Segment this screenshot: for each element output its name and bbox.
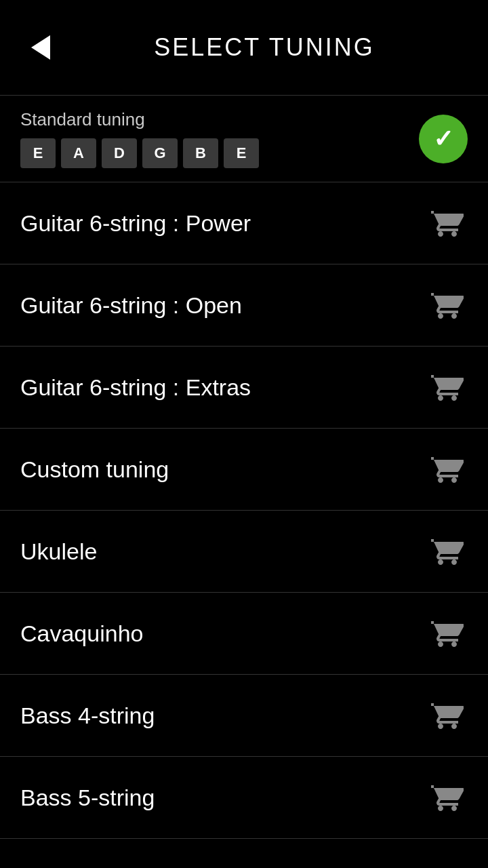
list-item-bass-4-string[interactable]: Bass 4-string	[0, 675, 488, 756]
list-item-label: Guitar 6-string : Power	[20, 210, 427, 237]
list-item-cavaquinho[interactable]: Cavaquinho	[0, 593, 488, 674]
standard-tuning-row[interactable]: Standard tuning E A D G B E ✓	[0, 96, 488, 182]
note-A: A	[61, 138, 96, 168]
list-item-label: Bass 5-string	[20, 785, 427, 811]
note-B: B	[183, 138, 218, 168]
back-button[interactable]	[20, 27, 61, 68]
note-E2: E	[224, 138, 259, 168]
standard-tuning-label: Standard tuning	[20, 109, 419, 130]
cart-icon	[427, 695, 468, 736]
list-item-bass-5-string[interactable]: Bass 5-string	[0, 757, 488, 838]
selected-check-circle: ✓	[419, 115, 468, 163]
list-item-guitar-6-open[interactable]: Guitar 6-string : Open	[0, 264, 488, 346]
cart-icon	[427, 531, 468, 572]
note-G: G	[142, 138, 178, 168]
note-D: D	[102, 138, 137, 168]
cart-icon	[427, 613, 468, 654]
cart-icon	[427, 285, 468, 326]
notes-row: E A D G B E	[20, 138, 419, 168]
note-E1: E	[20, 138, 56, 168]
cart-icon	[427, 449, 468, 490]
cart-icon	[427, 777, 468, 818]
list-item-guitar-6-extras[interactable]: Guitar 6-string : Extras	[0, 347, 488, 428]
list-item-label: Bass 4-string	[20, 703, 427, 729]
standard-tuning-info: Standard tuning E A D G B E	[20, 109, 419, 168]
page-title: SELECT TUNING	[61, 33, 468, 62]
list-item-label: Ukulele	[20, 538, 427, 565]
cart-icon	[427, 203, 468, 243]
cart-icon	[427, 367, 468, 408]
list-item-label: Custom tuning	[20, 456, 427, 483]
list-item-custom-tuning[interactable]: Custom tuning	[0, 429, 488, 510]
back-arrow-icon	[31, 35, 50, 60]
check-icon: ✓	[433, 127, 453, 151]
divider-8	[0, 838, 488, 839]
list-item-label: Guitar 6-string : Extras	[20, 374, 427, 401]
list-item-guitar-6-power[interactable]: Guitar 6-string : Power	[0, 182, 488, 264]
list-item-label: Cavaquinho	[20, 620, 427, 647]
app-header: SELECT TUNING	[0, 0, 488, 95]
list-item-ukulele[interactable]: Ukulele	[0, 511, 488, 592]
list-item-label: Guitar 6-string : Open	[20, 292, 427, 319]
